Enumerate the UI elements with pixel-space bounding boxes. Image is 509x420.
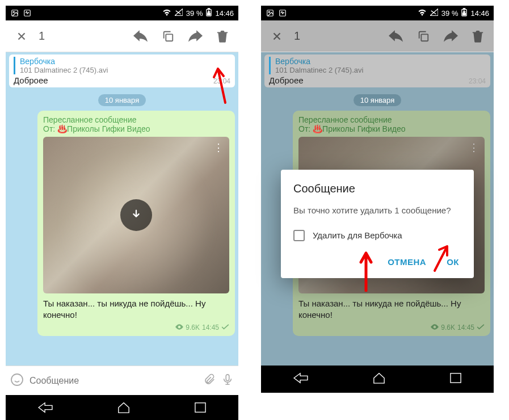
svg-point-1 [13, 11, 14, 12]
home-button[interactable] [117, 401, 131, 416]
forwarded-message[interactable]: Пересланное сообщение От: ♨️Приколы Гифк… [37, 111, 235, 336]
reply-name: Вербочка [20, 57, 230, 66]
battery-icon [206, 8, 212, 18]
svg-rect-7 [166, 34, 173, 41]
statusbar: 39 % 14:46 [6, 6, 238, 20]
selection-toolbar: 1 [261, 20, 494, 52]
activity-icon [23, 9, 32, 18]
svg-rect-9 [226, 374, 229, 380]
reply-file: 101 Dalmatinec 2 (745).avi [20, 66, 230, 74]
svg-rect-10 [195, 403, 205, 412]
selection-count: 1 [39, 30, 126, 43]
close-icon[interactable] [9, 24, 34, 49]
dialog-title: Сообщение [293, 182, 461, 195]
reply-text: Доброее [14, 75, 48, 85]
checkbox-label: Удалить для Вербочка [313, 230, 402, 240]
copy-icon [411, 24, 436, 49]
selection-count: 1 [294, 30, 381, 43]
battery-text: 39 % [186, 9, 203, 18]
delete-for-all-row[interactable]: Удалить для Вербочка [293, 230, 461, 241]
clock-text: 14:46 [215, 9, 234, 18]
back-button[interactable] [37, 401, 53, 416]
dialog-overlay: Сообщение Вы точно хотите удалить 1 сооб… [261, 52, 494, 395]
media-menu-icon[interactable]: ⋮ [213, 141, 224, 154]
statusbar: 39 % 14:46 [261, 6, 494, 20]
media-thumbnail[interactable]: ⋮ [43, 137, 229, 293]
wifi-icon [418, 9, 427, 18]
phone-right: 39 % 14:46 1 Вербочка 101 Dalmatinec 2 (… [261, 6, 494, 420]
reply-icon[interactable] [128, 24, 153, 49]
phone-left: 39 % 14:46 1 Вербочка 101 Dalmatinec 2 (… [6, 6, 238, 420]
recent-button[interactable] [194, 402, 207, 415]
selection-toolbar: 1 [6, 20, 238, 52]
android-navbar [6, 395, 238, 420]
cancel-button[interactable]: ОТМЕНА [385, 253, 428, 271]
fwd-from: От: ♨️Приколы Гифки Видео [43, 124, 229, 133]
dialog-body: Вы точно хотите удалить 1 сообщение? [293, 204, 461, 216]
emoji-icon[interactable] [10, 373, 24, 389]
battery-icon [461, 8, 467, 18]
signal-icon [175, 9, 183, 18]
wifi-icon [162, 9, 171, 18]
chat-area: Вербочка 101 Dalmatinec 2 (745).avi Добр… [6, 52, 238, 366]
svg-point-8 [11, 374, 23, 385]
svg-rect-5 [208, 9, 210, 10]
download-icon[interactable] [120, 199, 152, 231]
battery-text: 39 % [441, 9, 458, 18]
forward-icon [438, 24, 463, 49]
mic-icon[interactable] [221, 373, 234, 388]
reply-icon [384, 24, 409, 49]
views-icon [175, 324, 183, 331]
check-icon [221, 324, 229, 331]
message-reply[interactable]: Вербочка 101 Dalmatinec 2 (745).avi Добр… [9, 54, 235, 87]
reply-time: 23:04 [213, 77, 230, 85]
checkbox-icon[interactable] [293, 230, 305, 241]
clock-text: 14:46 [470, 9, 489, 18]
svg-point-12 [268, 11, 270, 12]
message-input[interactable] [30, 376, 197, 386]
close-icon [264, 24, 289, 49]
caption: Ты наказан... ты никуда не пойдёшь... Ну… [43, 298, 229, 321]
image-icon [266, 9, 275, 18]
activity-icon [278, 9, 287, 18]
delete-dialog: Сообщение Вы точно хотите удалить 1 сооб… [281, 170, 474, 278]
svg-rect-16 [464, 9, 465, 10]
delete-icon[interactable] [210, 24, 235, 49]
attach-icon[interactable] [203, 373, 216, 388]
fwd-label: Пересланное сообщение [43, 115, 229, 124]
msg-time: 14:45 [202, 324, 219, 331]
delete-icon [465, 24, 490, 49]
date-divider: 10 января [98, 94, 146, 106]
ok-button[interactable]: ОК [444, 253, 461, 271]
svg-rect-18 [421, 34, 428, 41]
image-icon [10, 9, 19, 18]
signal-icon [430, 9, 438, 18]
input-bar [6, 366, 238, 395]
copy-icon[interactable] [155, 24, 180, 49]
forward-icon[interactable] [183, 24, 208, 49]
views: 9.6K [186, 324, 200, 331]
